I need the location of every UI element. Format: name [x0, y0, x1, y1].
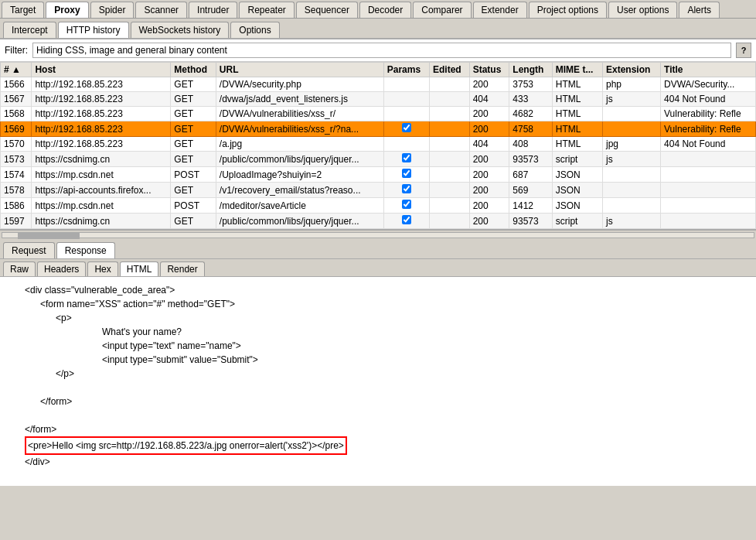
col-extension[interactable]: Extension: [602, 63, 660, 77]
table-row[interactable]: 1566http://192.168.85.223GET/DVWA/securi…: [1, 77, 756, 92]
tab-hex[interactable]: Hex: [87, 261, 117, 276]
col-num[interactable]: # ▲: [1, 63, 32, 77]
xss-highlight: <pre>Hello <img src=http://192.168.85.22…: [25, 436, 347, 455]
col-params[interactable]: Params: [383, 63, 429, 77]
filter-bar: Filter: ?: [0, 39, 756, 62]
response-content: <div class="vulnerable_code_area"> <form…: [0, 277, 756, 486]
code-line: </form>: [9, 422, 747, 436]
horizontal-scrollbar[interactable]: [0, 231, 756, 240]
table-row[interactable]: 1570http://192.168.85.223GET/a.jpg404408…: [1, 137, 756, 152]
help-button[interactable]: ?: [736, 43, 751, 58]
tab-proxy[interactable]: Proxy: [46, 2, 88, 18]
second-nav: Intercept HTTP history WebSockets histor…: [0, 19, 756, 39]
tab-target[interactable]: Target: [2, 2, 44, 18]
code-line: </form>: [9, 395, 747, 408]
http-history-table: # ▲ Host Method URL Params Edited Status…: [0, 62, 756, 229]
code-line: What's your name?: [9, 325, 747, 339]
filter-label: Filter:: [5, 45, 28, 56]
code-line: <form name="XSS" action="#" method="GET"…: [9, 297, 747, 311]
tab-intruder[interactable]: Intruder: [189, 2, 237, 18]
table-row[interactable]: 1597https://csdnimg.cnGET/public/common/…: [1, 214, 756, 229]
table-row[interactable]: 1568http://192.168.85.223GET/DVWA/vulner…: [1, 107, 756, 121]
tab-html[interactable]: HTML: [120, 261, 159, 276]
table-row[interactable]: 1569http://192.168.85.223GET/DVWA/vulner…: [1, 121, 756, 137]
tab-request[interactable]: Request: [3, 242, 55, 258]
tab-render[interactable]: Render: [160, 261, 204, 276]
tab-response[interactable]: Response: [56, 242, 115, 258]
col-host[interactable]: Host: [32, 63, 171, 77]
tab-decoder[interactable]: Decoder: [359, 2, 411, 18]
code-line: <h2>More Information</h2>: [9, 483, 747, 486]
tab-repeater[interactable]: Repeater: [239, 2, 294, 18]
table-row[interactable]: 1567http://192.168.85.223GET/dvwa/js/add…: [1, 92, 756, 107]
code-line: <p>: [9, 311, 747, 325]
highlight-line: <pre>Hello <img src=http://192.168.85.22…: [9, 436, 747, 455]
tab-http-history[interactable]: HTTP history: [58, 22, 129, 38]
tab-extender[interactable]: Extender: [473, 2, 527, 18]
code-line: <div class="vulnerable_code_area">: [9, 283, 747, 297]
table-row[interactable]: 1574https://mp.csdn.netPOST/UploadImage?…: [1, 167, 756, 183]
tab-comparer[interactable]: Comparer: [413, 2, 471, 18]
tab-raw[interactable]: Raw: [3, 261, 36, 276]
tab-headers[interactable]: Headers: [37, 261, 86, 276]
view-tabs: Raw Headers Hex HTML Render: [0, 259, 756, 277]
code-line: </div>: [9, 455, 747, 469]
tab-sequencer[interactable]: Sequencer: [296, 2, 358, 18]
tab-alerts[interactable]: Alerts: [679, 2, 720, 18]
col-status[interactable]: Status: [469, 63, 509, 77]
tab-intercept[interactable]: Intercept: [3, 22, 56, 38]
col-mime[interactable]: MIME t...: [552, 63, 602, 77]
top-nav: Target Proxy Spider Scanner Intruder Rep…: [0, 0, 756, 19]
col-length[interactable]: Length: [509, 63, 552, 77]
code-line: <input type="submit" value="Submit">: [9, 353, 747, 367]
http-history-table-container: # ▲ Host Method URL Params Edited Status…: [0, 62, 756, 231]
table-row[interactable]: 1573https://csdnimg.cnGET/public/common/…: [1, 152, 756, 167]
col-title[interactable]: Title: [661, 63, 756, 77]
tab-project-options[interactable]: Project options: [529, 2, 607, 18]
col-edited[interactable]: Edited: [429, 63, 469, 77]
col-method[interactable]: Method: [171, 63, 216, 77]
code-line: <input type="text" name="name">: [9, 339, 747, 353]
tab-user-options[interactable]: User options: [608, 2, 677, 18]
tab-scanner[interactable]: Scanner: [135, 2, 187, 18]
tab-options[interactable]: Options: [230, 22, 279, 38]
col-url[interactable]: URL: [216, 63, 383, 77]
filter-input[interactable]: [32, 43, 731, 58]
table-row[interactable]: 1578https://api-accounts.firefox...GET/v…: [1, 183, 756, 198]
table-row[interactable]: 1586https://mp.csdn.netPOST/mdeditor/sav…: [1, 198, 756, 214]
tab-spider[interactable]: Spider: [90, 2, 135, 18]
tab-websockets-history[interactable]: WebSockets history: [131, 22, 230, 38]
req-res-tabs: Request Response: [0, 240, 756, 259]
code-line: </p>: [9, 367, 747, 381]
